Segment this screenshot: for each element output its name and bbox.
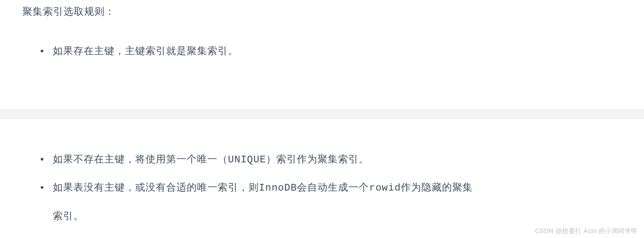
list-item: 如果存在主键，主键索引就是聚集索引。 — [40, 37, 479, 65]
text-span: 如果表没有主键，或没有合适的唯一索引，则 — [53, 182, 259, 193]
text-span: 会自动生成一个 — [297, 182, 369, 193]
code-text: rowid — [369, 183, 401, 194]
code-text: InnoDB — [259, 183, 297, 194]
section-divider — [0, 110, 644, 119]
bullet-list-bottom: 如果不存在主键，将使用第一个唯一（UNIQUE）索引作为聚集索引。 如果表没有主… — [22, 145, 622, 230]
watermark: CSDN @想要打 Acm 的小周同学呀 — [535, 227, 638, 235]
text-span: ）索引作为聚集索引。 — [266, 153, 369, 165]
section-bottom: 如果不存在主键，将使用第一个唯一（UNIQUE）索引作为聚集索引。 如果表没有主… — [0, 119, 644, 238]
text-span: 如果不存在主键，将使用第一个唯一（ — [53, 153, 228, 165]
bullet-list-top: 如果存在主键，主键索引就是聚集索引。 — [22, 37, 622, 65]
section-top: 聚集索引选取规则： 如果存在主键，主键索引就是聚集索引。 — [0, 0, 644, 110]
heading-text: 聚集索引选取规则： — [22, 4, 622, 19]
code-text: UNIQUE — [228, 154, 266, 166]
list-item: 如果不存在主键，将使用第一个唯一（UNIQUE）索引作为聚集索引。 — [40, 145, 479, 174]
list-item: 如果表没有主键，或没有合适的唯一索引，则InnoDB会自动生成一个rowid作为… — [40, 174, 479, 230]
